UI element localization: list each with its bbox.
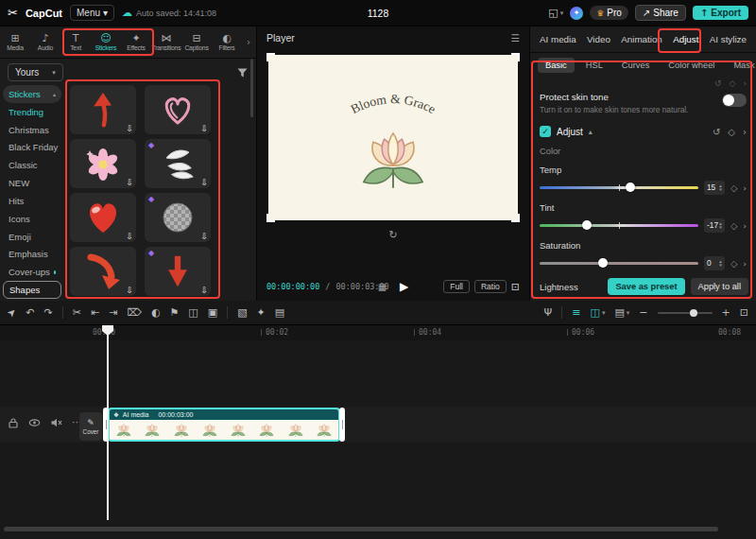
category-trending[interactable]: Trending bbox=[3, 103, 61, 121]
canvas-corner-handle[interactable] bbox=[266, 214, 275, 222]
mask-icon[interactable]: ◐ bbox=[151, 306, 161, 319]
tab-audio[interactable]: ♪ Audio bbox=[30, 26, 60, 58]
mute-icon[interactable] bbox=[50, 417, 62, 428]
tab-transitions[interactable]: ⋈ Transitions bbox=[151, 26, 181, 58]
promo-button[interactable]: ✦ bbox=[570, 7, 583, 20]
tab-video[interactable]: Video bbox=[587, 34, 610, 44]
undo-icon[interactable]: ↶ bbox=[26, 306, 34, 319]
saturation-slider[interactable] bbox=[540, 256, 698, 270]
category-new[interactable]: NEW bbox=[3, 174, 61, 192]
sticker-pink-flower[interactable]: ⇩ bbox=[70, 139, 136, 188]
keyframe-diamond-icon[interactable]: ◇ bbox=[730, 258, 737, 269]
reset-icon[interactable]: ↺ bbox=[713, 127, 720, 137]
subtab-mask[interactable]: Mask bbox=[726, 58, 756, 73]
timeline-zoom-slider[interactable] bbox=[658, 308, 713, 318]
track-mode-button[interactable]: ◫ ▾ bbox=[591, 306, 606, 319]
export-button[interactable]: ↑ Export bbox=[693, 6, 748, 20]
crop-icon[interactable]: ▣ bbox=[208, 306, 217, 319]
chevron-right-icon[interactable]: › bbox=[743, 78, 747, 88]
subtab-color-wheel[interactable]: Color wheel bbox=[661, 58, 722, 73]
temp-value-box[interactable]: 15 ▴▾ bbox=[704, 181, 725, 195]
magic-wand-icon[interactable]: ✦ bbox=[257, 306, 266, 319]
download-icon[interactable]: ⇩ bbox=[200, 232, 208, 241]
collapse-icon[interactable]: ▴ bbox=[589, 128, 593, 136]
clip-right-handle[interactable] bbox=[339, 408, 345, 442]
play-button[interactable]: ▶ bbox=[400, 280, 408, 293]
share-button[interactable]: ↗ Share bbox=[635, 5, 686, 21]
saturation-value-box[interactable]: 0 ▴▾ bbox=[704, 256, 725, 270]
sticker-orange-curved-arrow[interactable]: ⇩ bbox=[70, 247, 136, 296]
rotate-handle-icon[interactable]: ↻ bbox=[386, 227, 401, 242]
mirror-icon[interactable]: ◫ bbox=[188, 306, 198, 319]
delete-icon[interactable]: ⌦ bbox=[127, 306, 142, 319]
split-icon[interactable]: ✂ bbox=[73, 306, 81, 319]
zoom-in-icon[interactable]: + bbox=[722, 306, 730, 319]
freeze-frame-icon[interactable]: ⚑ bbox=[169, 306, 179, 319]
category-cover-ups[interactable]: Cover-ups bbox=[3, 263, 61, 281]
player-menu-icon[interactable]: ☰ bbox=[511, 32, 520, 43]
download-icon[interactable]: ⇩ bbox=[200, 124, 208, 133]
preview-canvas[interactable]: Bloom & Grace bbox=[268, 55, 518, 220]
timeline-horizontal-scrollbar[interactable] bbox=[4, 527, 718, 531]
category-emoji[interactable]: Emoji bbox=[3, 228, 61, 246]
tab-text[interactable]: T Text bbox=[60, 26, 91, 58]
canvas-corner-handle[interactable] bbox=[511, 214, 520, 222]
layers-icon[interactable]: ▤ bbox=[275, 306, 284, 319]
download-icon[interactable]: ⇩ bbox=[126, 124, 133, 133]
save-as-preset-button[interactable]: Save as preset bbox=[608, 278, 684, 295]
sticker-pink-doodle-heart[interactable]: ⇩ bbox=[145, 85, 211, 134]
temp-slider[interactable] bbox=[540, 181, 698, 194]
category-christmas[interactable]: Christmas bbox=[3, 121, 61, 139]
trim-left-icon[interactable]: ⇤ bbox=[91, 306, 99, 319]
playhead[interactable] bbox=[107, 325, 109, 520]
stepper-down-icon[interactable]: ▾ bbox=[719, 187, 722, 191]
tint-value-box[interactable]: -17 ▴▾ bbox=[704, 218, 725, 233]
timeline-ruler[interactable]: 00:00 00:02 00:04 00:06 00:08 bbox=[0, 325, 756, 340]
apply-to-all-button[interactable]: Apply to all bbox=[691, 278, 748, 295]
full-button[interactable]: Full bbox=[443, 280, 470, 293]
more-tabs-arrow[interactable]: › bbox=[242, 26, 255, 58]
reset-icon[interactable]: ↺ bbox=[714, 78, 722, 88]
subtab-basic[interactable]: Basic bbox=[538, 58, 575, 73]
protect-skin-tone-toggle[interactable] bbox=[722, 94, 747, 107]
tab-captions[interactable]: ⊟ Captions bbox=[181, 26, 212, 58]
keyframe-diamond-icon[interactable]: ◇ bbox=[728, 127, 735, 137]
select-tool-icon[interactable]: ➤ bbox=[5, 305, 20, 321]
filter-icon[interactable] bbox=[236, 67, 249, 78]
download-icon[interactable]: ⇩ bbox=[200, 286, 208, 295]
keyframe-diamond-icon[interactable]: ◇ bbox=[730, 220, 737, 231]
sticker-gray-pixel-sphere[interactable]: ◆ ⇩ bbox=[145, 193, 211, 242]
eye-icon[interactable] bbox=[28, 417, 41, 428]
chevron-right-icon[interactable]: › bbox=[743, 127, 747, 137]
background-icon[interactable]: ▧ bbox=[237, 306, 247, 319]
tab-effects[interactable]: ✦ Effects bbox=[121, 26, 151, 58]
download-icon[interactable]: ⇩ bbox=[126, 178, 133, 187]
tab-filters[interactable]: ◐ Filters bbox=[212, 26, 242, 58]
chevron-right-icon[interactable]: › bbox=[743, 258, 747, 269]
tab-adjust[interactable]: Adjust bbox=[673, 34, 698, 44]
tint-slider[interactable] bbox=[540, 218, 698, 232]
category-icons[interactable]: Icons bbox=[3, 210, 61, 228]
clip-options-button[interactable]: ▤ ▾ bbox=[614, 306, 629, 319]
timeline[interactable]: 00:00 00:02 00:04 00:06 00:08 ⋯ ✎ Cover … bbox=[0, 325, 756, 539]
timeline-clip-ai-media[interactable]: ❖ AI media 00:00:03:00 bbox=[108, 408, 340, 442]
lock-icon[interactable] bbox=[8, 417, 19, 428]
tab-animation[interactable]: Animation bbox=[621, 34, 662, 44]
category-shapes[interactable]: Shapes bbox=[3, 281, 61, 299]
download-icon[interactable]: ⇩ bbox=[126, 232, 133, 241]
auto-captions-icon[interactable]: ≡ bbox=[572, 306, 580, 319]
stepper-down-icon[interactable]: ▾ bbox=[719, 225, 722, 229]
download-icon[interactable]: ⇩ bbox=[200, 178, 208, 187]
yours-dropdown[interactable]: Yours ▾ bbox=[8, 63, 63, 81]
sticker-panel-scrollbar[interactable] bbox=[250, 59, 253, 117]
cover-button[interactable]: ✎ Cover bbox=[79, 412, 102, 441]
canvas-corner-handle[interactable] bbox=[266, 53, 275, 61]
keyframe-diamond-icon[interactable]: ◇ bbox=[730, 183, 737, 193]
category-hits[interactable]: Hits bbox=[3, 192, 61, 210]
category-emphasis[interactable]: Emphasis bbox=[3, 245, 61, 263]
zoom-out-icon[interactable]: − bbox=[639, 306, 647, 319]
redo-icon[interactable]: ↷ bbox=[43, 306, 52, 319]
menu-button[interactable]: Menu ▾ bbox=[70, 5, 114, 21]
sticker-white-fan-shapes[interactable]: ◆ ⇩ bbox=[145, 139, 211, 188]
ratio-button[interactable]: Ratio bbox=[474, 280, 507, 293]
